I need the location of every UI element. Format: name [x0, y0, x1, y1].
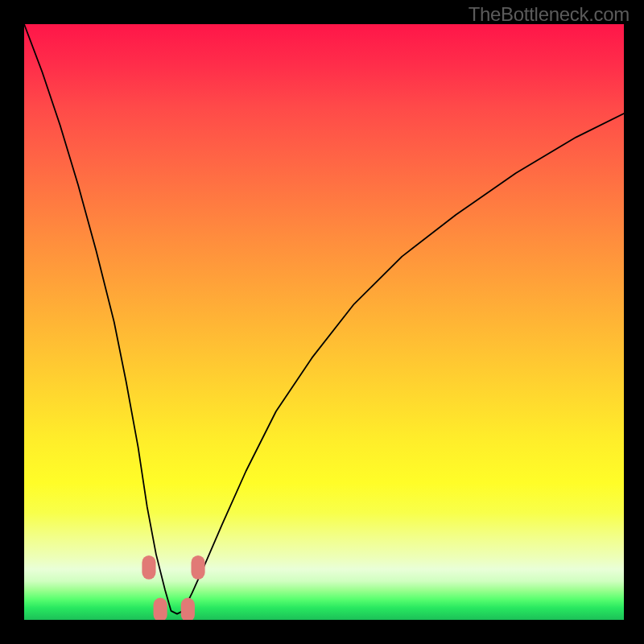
bottleneck-curve: [24, 24, 624, 614]
curve-marker: [181, 598, 195, 620]
chart-frame: TheBottleneck.com: [0, 0, 644, 644]
curve-marker: [154, 598, 167, 620]
plot-area: [24, 24, 624, 620]
curve-marker: [191, 555, 204, 580]
marker-layer: [142, 555, 204, 620]
curve-layer: [24, 24, 624, 620]
curve-marker: [142, 555, 155, 580]
watermark-text: TheBottleneck.com: [469, 3, 630, 26]
